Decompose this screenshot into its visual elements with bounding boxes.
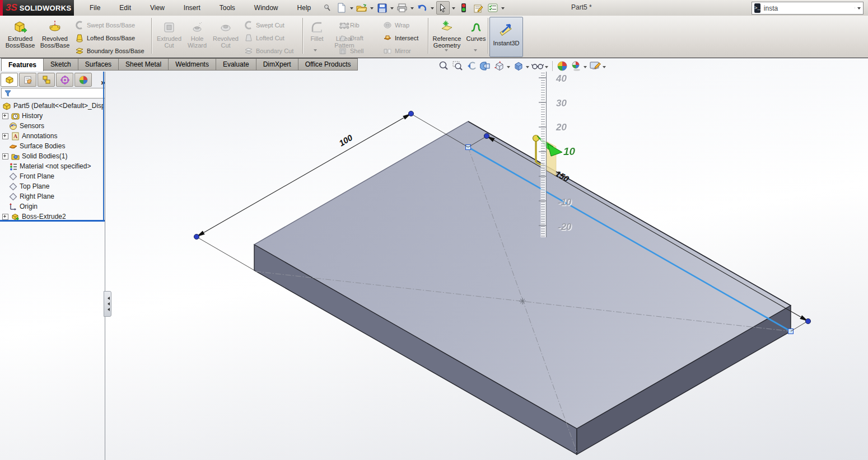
displaymanager-tab[interactable] bbox=[74, 73, 92, 87]
tree-filter-input[interactable] bbox=[1, 88, 105, 98]
search-dropdown-caret[interactable] bbox=[857, 7, 861, 11]
edit-appearance-icon[interactable] bbox=[589, 60, 601, 72]
tree-item-right-plane[interactable]: Right Plane bbox=[0, 191, 104, 201]
expand-icon[interactable] bbox=[2, 153, 8, 159]
search-box[interactable]: >_ bbox=[752, 2, 864, 15]
wrap-button[interactable]: Wrap bbox=[383, 18, 418, 31]
extruded-cut-button[interactable]: Extruded Cut bbox=[155, 17, 183, 55]
tab-evaluate[interactable]: Evaluate bbox=[216, 58, 256, 71]
open-dropdown-caret[interactable] bbox=[370, 7, 374, 11]
reference-geometry-dropdown-caret[interactable] bbox=[445, 49, 448, 53]
view-orientation-icon[interactable] bbox=[493, 60, 506, 72]
tree-item-material[interactable]: Material <not specified> bbox=[0, 161, 104, 171]
revolved-boss-base-button[interactable]: Revolved Boss/Base bbox=[38, 17, 72, 55]
panel-splitter-handle[interactable] bbox=[104, 291, 111, 317]
rib-button[interactable]: Rib bbox=[338, 18, 363, 31]
options-icon[interactable] bbox=[487, 2, 499, 14]
tab-sheet-metal[interactable]: Sheet Metal bbox=[119, 58, 169, 71]
options-dropdown-caret[interactable] bbox=[501, 7, 505, 11]
edit-appearance-caret[interactable] bbox=[603, 66, 606, 70]
display-style-caret[interactable] bbox=[526, 66, 529, 70]
menu-insert[interactable]: Insert bbox=[181, 3, 203, 13]
menu-tools[interactable]: Tools bbox=[217, 3, 237, 13]
menu-edit[interactable]: Edit bbox=[117, 3, 133, 13]
apply-scene-icon[interactable] bbox=[556, 60, 568, 72]
swept-cut-button[interactable]: Swept Cut bbox=[244, 18, 293, 31]
menu-window[interactable]: Window bbox=[252, 3, 281, 13]
tree-root-part5[interactable]: Part5 (Default<<Default>_Disp bbox=[0, 101, 104, 111]
revolved-cut-button[interactable]: Revolved Cut bbox=[211, 17, 240, 55]
fillet-button[interactable]: Fillet bbox=[305, 17, 329, 55]
new-document-icon[interactable] bbox=[335, 2, 348, 14]
expand-icon[interactable] bbox=[2, 113, 8, 119]
tab-weldments[interactable]: Weldments bbox=[169, 58, 216, 71]
curves-dropdown-caret[interactable] bbox=[474, 49, 477, 53]
print-dropdown-caret[interactable] bbox=[410, 7, 414, 11]
intersect-button[interactable]: Intersect bbox=[383, 31, 418, 44]
tree-item-history[interactable]: History bbox=[0, 111, 104, 121]
shell-button[interactable]: Shell bbox=[338, 44, 363, 57]
expand-icon[interactable] bbox=[2, 214, 8, 220]
lofted-boss-base-button[interactable]: Lofted Boss/Base bbox=[75, 31, 144, 44]
file-properties-icon[interactable] bbox=[472, 2, 484, 14]
instant3d-button[interactable]: Instant3D bbox=[489, 17, 523, 57]
fillet-dropdown-caret[interactable] bbox=[314, 49, 317, 53]
boundary-cut-button[interactable]: Boundary Cut bbox=[244, 44, 293, 57]
view-settings-icon[interactable] bbox=[570, 60, 582, 72]
display-style-icon[interactable] bbox=[512, 60, 525, 72]
draft-button[interactable]: Draft bbox=[338, 31, 363, 44]
tree-item-solid-bodies[interactable]: Solid Bodies(1) bbox=[0, 151, 104, 161]
print-icon[interactable] bbox=[396, 2, 408, 14]
view-settings-caret[interactable] bbox=[584, 66, 587, 70]
rebuild-icon[interactable] bbox=[458, 2, 470, 14]
tree-item-sensors[interactable]: Sensors bbox=[0, 121, 104, 131]
dimension-handle-dot[interactable] bbox=[484, 133, 489, 138]
tab-office-products[interactable]: Office Products bbox=[298, 58, 358, 71]
previous-view-icon[interactable] bbox=[465, 60, 478, 72]
save-dropdown-caret[interactable] bbox=[390, 7, 394, 11]
search-magnifier-icon[interactable] bbox=[854, 4, 855, 13]
tree-item-surface-bodies[interactable]: Surface Bodies bbox=[0, 141, 104, 151]
extruded-boss-base-button[interactable]: Extruded Boss/Base bbox=[3, 17, 37, 55]
expand-icon[interactable] bbox=[2, 133, 8, 139]
select-dropdown-caret[interactable] bbox=[452, 7, 455, 11]
hide-show-items-caret[interactable] bbox=[545, 66, 548, 70]
hole-wizard-button[interactable]: Hole Wizard bbox=[184, 17, 210, 55]
menu-help[interactable]: Help bbox=[295, 3, 314, 13]
part-top-face[interactable] bbox=[254, 121, 791, 429]
dimension-handle-dot[interactable] bbox=[805, 318, 810, 323]
swept-boss-base-button[interactable]: Swept Boss/Base bbox=[75, 18, 144, 31]
model-scene[interactable]: 100 150 40 30 20 10 bbox=[105, 58, 868, 460]
section-view-icon[interactable] bbox=[479, 60, 492, 72]
tree-item-front-plane[interactable]: Front Plane bbox=[0, 171, 104, 181]
propertymanager-tab[interactable] bbox=[19, 73, 36, 87]
new-dropdown-caret[interactable] bbox=[350, 7, 353, 11]
tab-dimxpert[interactable]: DimXpert bbox=[256, 58, 298, 71]
open-icon[interactable] bbox=[356, 2, 368, 14]
view-orientation-caret[interactable] bbox=[507, 66, 510, 70]
search-input[interactable] bbox=[763, 4, 852, 13]
tab-sketch[interactable]: Sketch bbox=[44, 58, 78, 71]
tab-surfaces[interactable]: Surfaces bbox=[78, 58, 119, 71]
dimension-100-text[interactable]: 100 bbox=[337, 133, 354, 148]
dimension-handle-dot[interactable] bbox=[408, 111, 413, 116]
tree-item-annotations[interactable]: A Annotations bbox=[0, 131, 104, 141]
part-body[interactable] bbox=[254, 121, 791, 454]
dimxpertmanager-tab[interactable] bbox=[56, 73, 73, 87]
save-icon[interactable] bbox=[376, 2, 388, 14]
menu-file[interactable]: File bbox=[87, 3, 102, 13]
featuremanager-tab[interactable] bbox=[1, 73, 18, 87]
tree-item-origin[interactable]: Origin bbox=[0, 201, 104, 212]
tree-item-top-plane[interactable]: Top Plane bbox=[0, 181, 104, 191]
configurationmanager-tab[interactable] bbox=[38, 73, 55, 87]
undo-dropdown-caret[interactable] bbox=[431, 7, 434, 11]
zoom-to-fit-icon[interactable] bbox=[437, 60, 450, 72]
zoom-to-area-icon[interactable] bbox=[451, 60, 464, 72]
rollback-bar[interactable] bbox=[0, 220, 105, 222]
undo-icon[interactable] bbox=[416, 2, 428, 14]
lofted-cut-button[interactable]: Lofted Cut bbox=[244, 31, 293, 44]
dimension-handle-dot[interactable] bbox=[194, 234, 199, 239]
tab-features[interactable]: Features bbox=[1, 58, 44, 71]
mirror-button[interactable]: Mirror bbox=[383, 44, 418, 57]
hide-show-items-icon[interactable] bbox=[531, 60, 544, 72]
